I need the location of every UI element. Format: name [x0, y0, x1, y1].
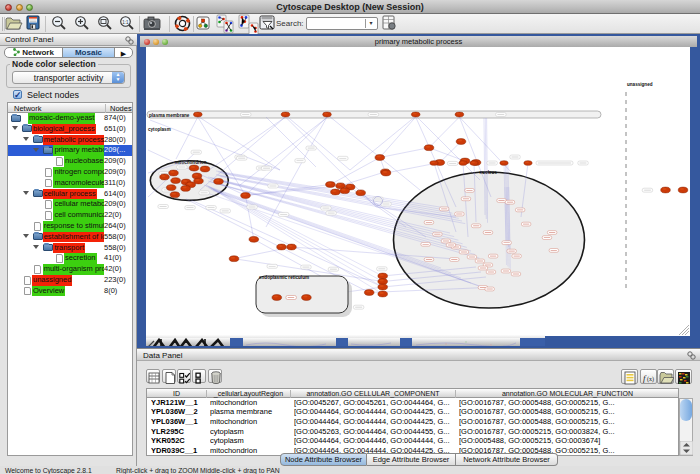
- svg-text:endoplasmic reticulum: endoplasmic reticulum: [259, 275, 309, 280]
- svg-text:cytoplasm: cytoplasm: [148, 127, 171, 132]
- svg-text:mitochondrion: mitochondrion: [175, 160, 207, 165]
- svg-text:1:1: 1:1: [122, 20, 129, 25]
- svg-text:plasma membrane: plasma membrane: [149, 113, 190, 118]
- svg-text:(x): (x): [647, 376, 654, 383]
- svg-text:unassigned: unassigned: [627, 82, 653, 87]
